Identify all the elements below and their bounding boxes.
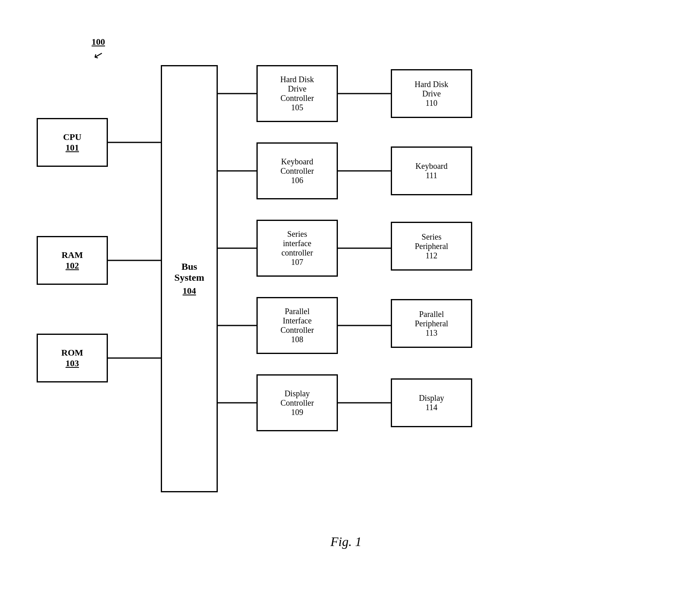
ref-number-label: 100 xyxy=(92,37,105,47)
par-periph-title: ParallelPeripheral xyxy=(415,310,448,328)
par-ctrl-number: 108 xyxy=(291,335,303,344)
bus-system-box: BusSystem 104 xyxy=(161,65,218,492)
par-periph-number: 113 xyxy=(425,328,437,338)
disp-periph-number: 114 xyxy=(425,403,437,412)
ser-ctrl-number: 107 xyxy=(291,258,303,267)
hdd-ctrl-title: Hard DiskDriveController xyxy=(280,75,314,103)
disp-periph-title: Display xyxy=(419,393,444,403)
ref-arrow: ↙ xyxy=(92,47,105,63)
bus-title: BusSystem xyxy=(174,261,204,283)
ser-periph-number: 112 xyxy=(425,251,437,260)
rom-number: 103 xyxy=(66,358,79,369)
rom-box: ROM 103 xyxy=(37,334,108,382)
ser-ctrl-title: Seriesinterfacecontroller xyxy=(281,229,313,258)
ram-number: 102 xyxy=(66,260,79,271)
disp-ctrl-number: 109 xyxy=(291,408,303,417)
display-controller-box: DisplayController 109 xyxy=(256,374,338,431)
cpu-box: CPU 101 xyxy=(37,118,108,167)
bus-number: 104 xyxy=(183,286,196,296)
ser-periph-title: SeriesPeripheral xyxy=(415,232,448,251)
kbd-ctrl-title: KeyboardController xyxy=(280,157,314,176)
kbd-periph-number: 111 xyxy=(426,171,438,180)
ram-box: RAM 102 xyxy=(37,236,108,285)
series-peripheral-box: SeriesPeripheral 112 xyxy=(391,222,472,271)
figure-label: Fig. 1 xyxy=(331,534,361,549)
keyboard-peripheral-box: Keyboard 111 xyxy=(391,146,472,195)
hdd-peripheral-box: Hard DiskDrive 110 xyxy=(391,69,472,118)
par-ctrl-title: ParallelInterfaceController xyxy=(280,307,314,335)
diagram: 100 ↙ CPU 101 RAM 102 xyxy=(24,33,668,561)
rom-title: ROM xyxy=(61,347,83,358)
parallel-controller-box: ParallelInterfaceController 108 xyxy=(256,297,338,354)
ram-title: RAM xyxy=(61,250,83,260)
connection-lines xyxy=(24,33,668,561)
keyboard-controller-box: KeyboardController 106 xyxy=(256,142,338,199)
cpu-title: CPU xyxy=(63,132,81,142)
parallel-peripheral-box: ParallelPeripheral 113 xyxy=(391,299,472,348)
kbd-periph-title: Keyboard xyxy=(416,162,448,171)
cpu-number: 101 xyxy=(66,142,79,153)
hdd-controller-box: Hard DiskDriveController 105 xyxy=(256,65,338,122)
kbd-ctrl-number: 106 xyxy=(291,176,303,185)
hdd-ctrl-number: 105 xyxy=(291,103,303,112)
display-peripheral-box: Display 114 xyxy=(391,378,472,427)
disp-ctrl-title: DisplayController xyxy=(280,389,314,408)
hdd-periph-title: Hard DiskDrive xyxy=(415,80,449,98)
series-controller-box: Seriesinterfacecontroller 107 xyxy=(256,220,338,277)
hdd-periph-number: 110 xyxy=(425,98,437,108)
